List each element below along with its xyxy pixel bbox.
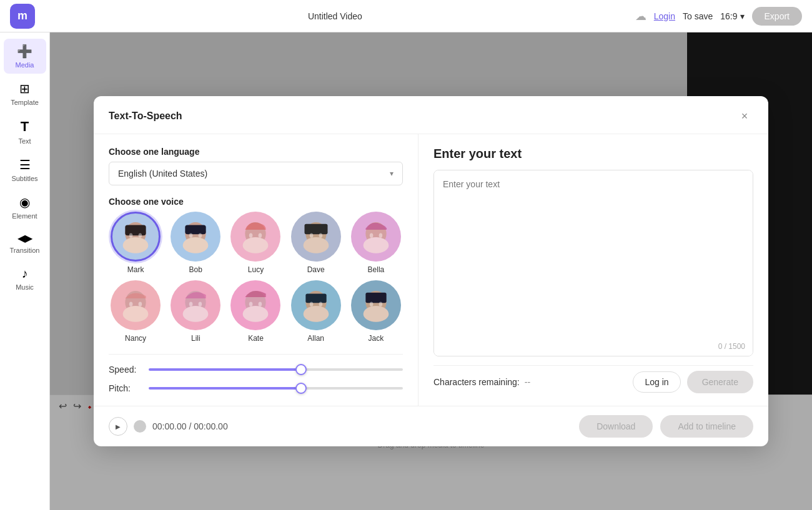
generate-button[interactable]: Generate [687, 371, 753, 393]
chars-remaining-label: Characters remaining: [433, 377, 520, 387]
svg-point-18 [319, 233, 322, 237]
voice-item-lucy[interactable]: Lucy [229, 212, 282, 274]
voice-name-bella: Bella [368, 265, 385, 274]
sidebar-item-label: Template [11, 99, 39, 106]
sidebar-item-template[interactable]: ⊞ Template [4, 76, 46, 111]
language-dropdown[interactable]: English (United States) ▾ [109, 162, 403, 185]
voice-avatar-bob [171, 212, 220, 262]
voice-name-jack: Jack [369, 334, 384, 343]
left-sidebar: ➕ Media ⊞ Template T Text ☰ Subtitles ◉ … [0, 32, 50, 510]
login-link[interactable]: Login [654, 11, 675, 21]
sidebar-item-label: Music [16, 283, 34, 291]
svg-point-37 [303, 306, 329, 322]
right-panel: Enter your text 0 / 1500 Characters rema… [418, 134, 768, 406]
svg-point-43 [370, 302, 374, 306]
sidebar-item-media[interactable]: ➕ Media [4, 39, 46, 74]
svg-point-3 [129, 233, 133, 237]
play-button[interactable]: ▶ [109, 417, 127, 436]
sidebar-item-element[interactable]: ◉ Element [4, 190, 46, 225]
music-icon: ♪ [22, 267, 28, 281]
sidebar-item-transition[interactable]: ◀▶ Transition [4, 227, 46, 259]
to-save-text: To save [683, 11, 713, 21]
sidebar-item-label: Element [12, 212, 37, 220]
svg-rect-36 [305, 294, 326, 303]
voice-item-dave[interactable]: Dave [289, 212, 343, 274]
element-icon: ◉ [19, 195, 30, 210]
chars-remaining: Characters remaining: -- [433, 377, 530, 387]
modal-close-button[interactable]: × [736, 107, 753, 125]
voice-grid: Mark [109, 212, 403, 343]
transition-icon: ◀▶ [17, 232, 32, 244]
tts-modal: Text-To-Speech × Choose one language Eng… [94, 96, 768, 446]
voice-item-jack[interactable]: Jack [349, 280, 403, 343]
svg-rect-1 [125, 225, 146, 236]
voice-item-lili[interactable]: Lili [169, 280, 222, 343]
speed-slider-thumb[interactable] [295, 364, 307, 375]
svg-point-2 [123, 237, 149, 253]
avatar-face-jack [353, 280, 399, 330]
sidebar-item-text[interactable]: T Text [4, 114, 46, 150]
modal-header: Text-To-Speech × [94, 96, 768, 134]
sidebar-item-label: Text [18, 137, 31, 145]
voice-item-mark[interactable]: Mark [109, 212, 162, 274]
speed-slider-track[interactable] [149, 368, 403, 371]
voice-name-mark: Mark [127, 265, 144, 274]
svg-point-42 [364, 306, 389, 322]
voice-item-allan[interactable]: Allan [289, 280, 343, 343]
avatar-face-nancy [112, 280, 159, 330]
voice-name-dave: Dave [307, 265, 325, 274]
svg-point-25 [129, 302, 133, 306]
voice-avatar-bella [351, 212, 401, 262]
right-actions: Log in Generate [633, 371, 753, 393]
modal-body: Choose one language English (United Stat… [94, 134, 768, 406]
svg-point-29 [189, 302, 193, 306]
svg-point-26 [139, 302, 142, 306]
tts-text-input[interactable] [434, 170, 753, 356]
voice-avatar-jack [351, 280, 401, 330]
voice-avatar-kate [230, 280, 280, 330]
modal-overlay: Text-To-Speech × Choose one language Eng… [50, 32, 812, 510]
svg-point-20 [364, 237, 389, 253]
chevron-down-icon: ▾ [390, 169, 394, 178]
language-section: Choose one language English (United Stat… [109, 147, 403, 185]
voice-avatar-dave [291, 212, 341, 262]
svg-point-12 [249, 233, 253, 237]
voice-avatar-mark [111, 212, 161, 262]
sidebar-item-label: Subtitles [11, 175, 37, 182]
text-area-wrapper: 0 / 1500 [433, 170, 753, 356]
voice-name-lili: Lili [191, 334, 201, 343]
svg-point-7 [183, 237, 209, 253]
subtitles-icon: ☰ [19, 157, 31, 172]
svg-point-21 [370, 233, 374, 237]
pitch-slider-track[interactable] [149, 387, 403, 390]
avatar-face-kate [232, 280, 279, 330]
sidebar-item-music[interactable]: ♪ Music [4, 262, 46, 296]
export-button[interactable]: Export [752, 7, 802, 26]
pitch-slider-row: Pitch: [109, 383, 403, 393]
voice-section-label: Choose one voice [109, 197, 403, 207]
modal-title: Text-To-Speech [109, 110, 182, 122]
avatar-face-bella [353, 212, 399, 262]
footer-actions: Download Add to timeline [579, 415, 753, 438]
download-button[interactable]: Download [579, 415, 653, 438]
add-to-timeline-button[interactable]: Add to timeline [660, 415, 753, 438]
top-bar-center: Untitled Video [35, 11, 635, 21]
login-button[interactable]: Log in [633, 371, 680, 393]
svg-point-24 [123, 306, 149, 322]
char-count: 0 / 1500 [718, 342, 745, 351]
chevron-down-icon: ▾ [740, 11, 745, 21]
voice-item-bella[interactable]: Bella [349, 212, 403, 274]
voice-item-bob[interactable]: Bob [169, 212, 222, 274]
pitch-slider-thumb[interactable] [295, 383, 307, 394]
aspect-ratio: 16:9 ▾ [720, 11, 744, 21]
svg-rect-6 [186, 225, 206, 235]
voice-item-nancy[interactable]: Nancy [109, 280, 162, 343]
svg-point-22 [379, 233, 383, 237]
svg-point-9 [199, 233, 202, 237]
svg-point-32 [243, 306, 269, 322]
svg-point-34 [259, 302, 262, 306]
svg-point-11 [243, 237, 269, 253]
voice-item-kate[interactable]: Kate [229, 280, 282, 343]
svg-rect-15 [304, 224, 327, 235]
sidebar-item-subtitles[interactable]: ☰ Subtitles [4, 152, 46, 187]
